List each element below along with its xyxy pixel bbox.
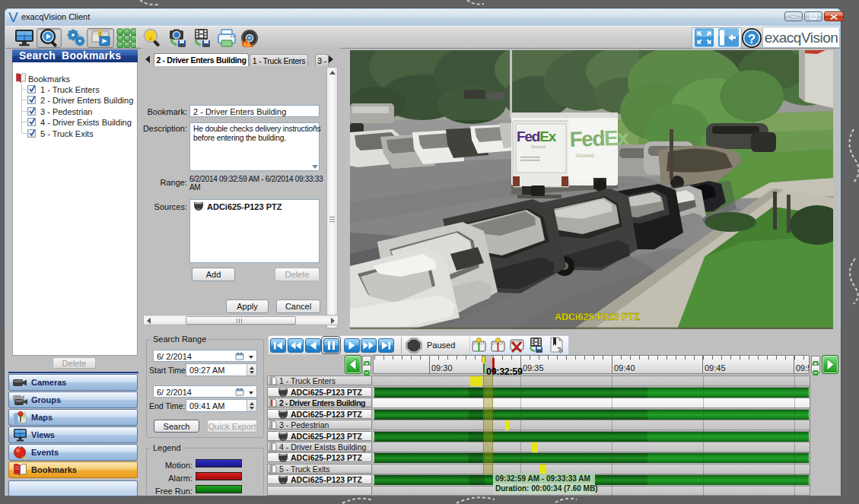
svg-text:ADCi625-P123 PTZ: ADCi625-P123 PTZ — [555, 312, 640, 322]
svg-text:Ground: Ground — [576, 153, 593, 158]
svg-text:FedEx: FedEx — [517, 128, 557, 144]
svg-text:?: ? — [748, 32, 756, 46]
svg-text:FedEx: FedEx — [569, 125, 629, 151]
svg-text:Ground: Ground — [531, 144, 545, 149]
